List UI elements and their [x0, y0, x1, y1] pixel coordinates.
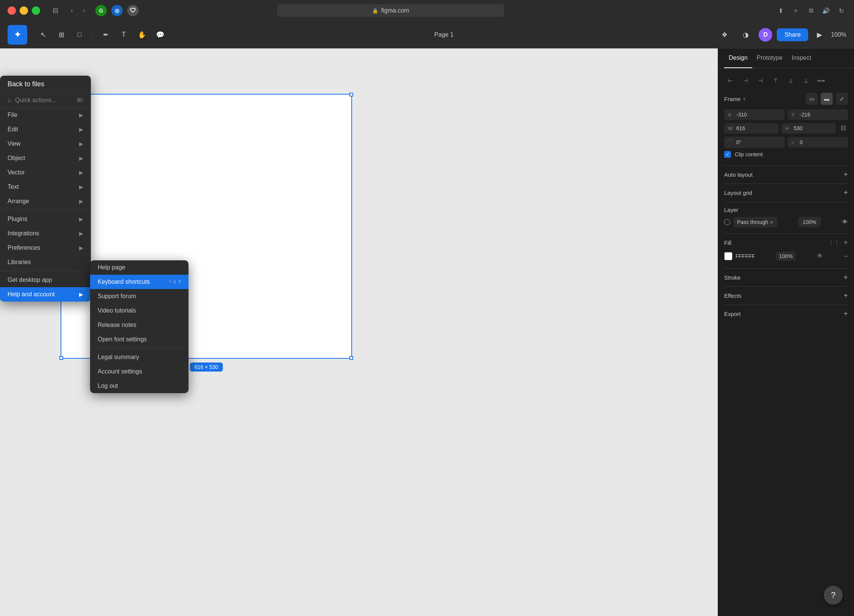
- x-field[interactable]: X -310: [724, 109, 785, 120]
- c-field[interactable]: ○ 0: [788, 137, 848, 148]
- share-button[interactable]: Share: [777, 28, 808, 41]
- frame-resize-icon[interactable]: ⤢: [836, 93, 848, 105]
- legal-summary-label: Legal summary: [98, 354, 139, 361]
- menu-text[interactable]: Text ▶: [0, 180, 91, 194]
- menu-preferences[interactable]: Preferences ▶: [0, 241, 91, 255]
- fill-dots-icon[interactable]: ⋮⋮: [828, 240, 840, 246]
- fill-color-swatch[interactable]: [724, 252, 732, 260]
- contrast-icon[interactable]: ◑: [737, 26, 754, 43]
- submenu-help-page[interactable]: Help page: [90, 260, 189, 275]
- menu-object[interactable]: Object ▶: [0, 151, 91, 165]
- refresh-icon[interactable]: ↻: [836, 5, 846, 16]
- menu-plugins[interactable]: Plugins ▶: [0, 212, 91, 226]
- tab-inspect[interactable]: Inspect: [787, 48, 816, 68]
- menu-help-account[interactable]: Help and account ▶: [0, 287, 91, 302]
- export-add[interactable]: +: [843, 310, 848, 318]
- visibility-toggle[interactable]: 👁: [842, 219, 848, 226]
- menu-get-desktop[interactable]: Get desktop app: [0, 273, 91, 287]
- lock-ratio-btn[interactable]: ⛓: [839, 125, 848, 132]
- submenu-keyboard-shortcuts[interactable]: Keyboard shortcuts ^ ⇧ ?: [90, 275, 189, 289]
- layer-opacity[interactable]: 100%: [798, 217, 821, 227]
- menu-edit[interactable]: Edit ▶: [0, 122, 91, 137]
- submenu-legal-summary[interactable]: Legal summary: [90, 350, 189, 364]
- menu-vector-label: Vector: [8, 169, 25, 176]
- text-tool[interactable]: T: [115, 26, 132, 43]
- r-field[interactable]: ⌒ 0°: [724, 137, 785, 148]
- frame-corner-br[interactable]: [349, 356, 353, 360]
- align-top[interactable]: ⊤: [770, 75, 782, 87]
- align-right[interactable]: ⊣: [754, 75, 767, 87]
- frame-size-badge: 616 × 530: [190, 362, 223, 372]
- submenu-video-tutorials[interactable]: Video tutorials: [90, 303, 189, 318]
- align-bottom[interactable]: ⊥: [800, 75, 812, 87]
- submenu-log-out[interactable]: Log out: [90, 379, 189, 393]
- menu-libraries[interactable]: Libraries: [0, 255, 91, 269]
- fill-eye-icon[interactable]: 👁: [817, 253, 823, 260]
- submenu-release-notes[interactable]: Release notes: [90, 318, 189, 332]
- tab-design[interactable]: Design: [724, 48, 752, 68]
- menu-view[interactable]: View ▶: [0, 137, 91, 151]
- submenu-account-settings[interactable]: Account settings: [90, 364, 189, 379]
- align-center-v[interactable]: ⊥: [785, 75, 797, 87]
- figma-menu-button[interactable]: ✦: [8, 25, 27, 45]
- frame-corner-tr[interactable]: [349, 93, 353, 96]
- fill-hex[interactable]: FFFFFF: [736, 253, 755, 259]
- help-fab[interactable]: ?: [824, 586, 843, 605]
- align-left[interactable]: ⊢: [724, 75, 736, 87]
- layer-mode-selector[interactable]: Pass through ∨: [733, 217, 777, 227]
- windows-icon[interactable]: ⧉: [806, 5, 816, 16]
- close-button[interactable]: [8, 6, 16, 15]
- frame-tool[interactable]: ⊞: [53, 26, 70, 43]
- fill-opacity[interactable]: 100%: [776, 252, 796, 261]
- forward-arrow[interactable]: ›: [79, 5, 89, 16]
- menu-vector[interactable]: Vector ▶: [0, 165, 91, 180]
- stroke-add[interactable]: +: [843, 273, 848, 282]
- new-tab-icon[interactable]: ＋: [790, 5, 801, 16]
- fullscreen-button[interactable]: [32, 6, 40, 15]
- menu-integrations[interactable]: Integrations ▶: [0, 226, 91, 241]
- distribute-h[interactable]: ⟺: [815, 75, 827, 87]
- divider-5: [724, 268, 848, 269]
- volume-icon[interactable]: 🔊: [821, 5, 831, 16]
- submenu-font-settings[interactable]: Open font settings: [90, 332, 189, 347]
- url-bar[interactable]: 🔒 figma.com: [277, 4, 504, 17]
- sidebar-toggle[interactable]: ⊟: [50, 5, 61, 16]
- keyboard-shortcuts-label: Keyboard shortcuts: [98, 278, 150, 285]
- y-field[interactable]: Y -216: [788, 109, 848, 120]
- present-button[interactable]: ▶: [813, 28, 826, 42]
- minimize-button[interactable]: [20, 6, 28, 15]
- h-field[interactable]: H 530: [782, 123, 836, 134]
- back-arrow[interactable]: ‹: [67, 5, 77, 16]
- tab-prototype[interactable]: Prototype: [752, 48, 787, 68]
- canvas-page-name: Page 1: [434, 31, 453, 38]
- submenu-support-forum[interactable]: Support forum: [90, 289, 189, 303]
- w-value: 616: [736, 125, 745, 131]
- menu-arrange[interactable]: Arrange ▶: [0, 194, 91, 208]
- quick-actions-search[interactable]: ⌕ Quick actions... ⌘/: [0, 93, 91, 108]
- effects-add[interactable]: +: [843, 291, 848, 300]
- shape-tool[interactable]: □: [71, 26, 88, 43]
- share-icon[interactable]: ⬆: [775, 5, 786, 16]
- frame-landscape-icon[interactable]: ▬: [821, 93, 833, 105]
- comment-tool[interactable]: 💬: [152, 26, 168, 43]
- layout-grid-add[interactable]: +: [843, 188, 848, 197]
- auto-layout-add[interactable]: +: [843, 170, 848, 179]
- component-icon[interactable]: ❖: [716, 26, 733, 43]
- frame-corner-bl[interactable]: [59, 356, 63, 360]
- zoom-level[interactable]: 100%: [831, 31, 846, 38]
- pen-tool[interactable]: ✒: [97, 26, 114, 43]
- frame-phone-icon[interactable]: ▭: [806, 93, 818, 105]
- align-center-h[interactable]: ⊣: [739, 75, 751, 87]
- fill-minus-icon[interactable]: −: [844, 252, 848, 260]
- user-avatar[interactable]: D: [759, 28, 772, 42]
- back-to-files-item[interactable]: Back to files: [0, 76, 91, 93]
- select-tool[interactable]: ↖: [35, 26, 51, 43]
- auto-layout-title: Auto layout: [724, 171, 753, 178]
- clip-content-checkbox[interactable]: ✓: [724, 151, 731, 158]
- menu-file[interactable]: File ▶: [0, 108, 91, 122]
- menu-integrations-label: Integrations: [8, 230, 39, 237]
- align-tools: ⊢ ⊣ ⊣ ⊤ ⊥ ⊥ ⟺: [724, 75, 848, 87]
- hand-tool[interactable]: ✋: [134, 26, 150, 43]
- w-field[interactable]: W 616: [724, 123, 779, 134]
- fill-add-btn[interactable]: +: [843, 238, 848, 247]
